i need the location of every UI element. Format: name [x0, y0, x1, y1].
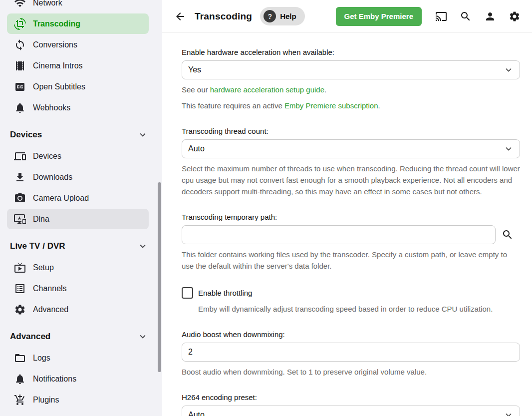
question-mark-icon: ? — [264, 10, 276, 22]
select-value: Auto — [188, 411, 205, 416]
sidebar-item-setup[interactable]: Setup — [7, 257, 149, 278]
enable-throttling-label: Enable throttling — [198, 289, 252, 297]
sidebar-item-webhooks[interactable]: Webhooks — [7, 97, 149, 118]
sidebar-item-network[interactable]: Network — [7, 0, 149, 13]
sidebar-item-label: Open Subtitles — [33, 82, 85, 91]
hardware-acceleration-select[interactable]: Yes — [182, 60, 520, 79]
temp-path-row — [182, 225, 520, 244]
emby-premiere-subscription-link[interactable]: Emby Premiere subscription — [284, 101, 378, 110]
sidebar-item-camera-upload[interactable]: Camera Upload — [7, 188, 149, 208]
premiere-text: This feature requires an active — [182, 101, 284, 110]
temp-path-label: Transcoding temporary path: — [182, 213, 520, 221]
help-button[interactable]: ? Help — [260, 7, 305, 25]
sidebar-item-notifications[interactable]: Notifications — [7, 369, 149, 389]
sidebar-item-plugins[interactable]: Plugins — [7, 390, 149, 410]
sidebar-item-logs[interactable]: Logs — [7, 348, 149, 368]
download-icon — [14, 171, 26, 183]
crop-rotate-icon — [14, 18, 26, 30]
throttling-description: Emby will dynamically adjust transcoding… — [198, 303, 520, 315]
help-text: See our — [182, 85, 210, 94]
wifi-icon — [14, 0, 26, 9]
cast-button[interactable] — [435, 10, 447, 22]
help-text-suffix: . — [324, 85, 326, 94]
section-header-label: Devices — [10, 130, 42, 140]
back-button[interactable] — [174, 10, 186, 22]
thread-count-select[interactable]: Auto — [182, 139, 520, 158]
closed-caption-icon — [14, 81, 26, 93]
sidebar-item-cinema-intros[interactable]: Cinema Intros — [7, 55, 149, 76]
sidebar-item-dlna[interactable]: Dlna — [7, 209, 149, 229]
chevron-down-icon — [504, 65, 514, 75]
sidebar-section-advanced[interactable]: Advanced — [0, 326, 162, 347]
sidebar-item-scheduled-tasks[interactable]: Scheduled Tasks — [7, 411, 149, 416]
sidebar-item-label: Camera Upload — [33, 194, 89, 203]
sidebar-item-label: Advanced — [33, 305, 68, 314]
field-audio-boost: Audio boost when downmixing: Boost audio… — [182, 330, 520, 378]
hardware-acceleration-help-line: See our hardware acceleration setup guid… — [182, 84, 520, 95]
enable-throttling-checkbox[interactable] — [182, 287, 193, 299]
live-tv-icon — [14, 262, 26, 274]
h264-preset-label: H264 encoding preset: — [182, 393, 520, 402]
sidebar-nav-list: Network Transcoding Conversions Cinema I… — [0, 0, 162, 416]
sidebar-section-live-tv-dvr[interactable]: Live TV / DVR — [0, 236, 162, 257]
select-value: Yes — [188, 65, 201, 74]
gear-icon — [14, 304, 26, 316]
sidebar-section-devices[interactable]: Devices — [0, 124, 162, 145]
search-button[interactable] — [460, 10, 472, 22]
sidebar-item-label: Downloads — [33, 173, 72, 182]
person-icon — [484, 10, 496, 22]
page-title: Transcoding — [195, 11, 252, 22]
section-header-label: Advanced — [10, 332, 50, 342]
topbar-icons — [435, 10, 521, 22]
bell-icon — [14, 373, 26, 385]
hardware-acceleration-guide-link[interactable]: hardware acceleration setup guide — [210, 85, 324, 94]
browse-path-button[interactable] — [502, 229, 514, 241]
sidebar-item-transcoding[interactable]: Transcoding — [7, 13, 149, 34]
chevron-down-icon — [137, 129, 148, 140]
temp-path-description: This folder contains working files used … — [182, 249, 520, 272]
sidebar-item-downloads[interactable]: Downloads — [7, 167, 149, 187]
get-emby-premiere-button[interactable]: Get Emby Premiere — [336, 7, 422, 26]
sidebar-item-channels[interactable]: Channels — [7, 278, 149, 299]
sidebar-item-devices[interactable]: Devices — [7, 146, 149, 166]
sidebar-item-advanced-livetv[interactable]: Advanced — [7, 299, 149, 320]
premiere-requirement-line: This feature requires an active Emby Pre… — [182, 100, 520, 111]
user-button[interactable] — [484, 10, 496, 22]
chevron-down-icon — [137, 241, 148, 252]
search-icon — [460, 10, 472, 22]
sidebar-item-label: Dlna — [33, 215, 49, 224]
sidebar-item-conversions[interactable]: Conversions — [7, 34, 149, 55]
emby-settings-app: Network Transcoding Conversions Cinema I… — [0, 0, 532, 416]
field-thread-count: Transcoding thread count: Auto Select th… — [182, 127, 520, 197]
sidebar: Network Transcoding Conversions Cinema I… — [0, 0, 162, 416]
field-throttling: Enable throttling Emby will dynamically … — [182, 287, 520, 315]
camera-icon — [14, 192, 26, 204]
sidebar-item-label: Transcoding — [33, 19, 80, 28]
field-temp-path: Transcoding temporary path: This folder … — [182, 213, 520, 272]
sidebar-scrollbar[interactable] — [158, 182, 161, 372]
help-button-label: Help — [280, 12, 296, 20]
sidebar-item-open-subtitles[interactable]: Open Subtitles — [7, 76, 149, 97]
temp-path-input[interactable] — [182, 225, 496, 244]
devices-star-icon — [14, 213, 26, 225]
sidebar-item-label: Logs — [33, 354, 50, 363]
sidebar-item-label: Cinema Intros — [33, 61, 83, 70]
cast-icon — [435, 10, 447, 22]
arrow-back-icon — [174, 10, 186, 22]
audio-boost-input[interactable] — [182, 343, 520, 362]
transcoding-settings-form: Enable hardware acceleration when availa… — [162, 33, 532, 416]
search-icon — [502, 229, 514, 241]
chevron-down-icon — [504, 144, 514, 154]
chevron-down-icon — [504, 410, 514, 416]
top-bar: Transcoding ? Help Get Emby Premiere — [162, 0, 532, 33]
thread-count-label: Transcoding thread count: — [182, 127, 520, 135]
main-panel: Transcoding ? Help Get Emby Premiere Ena… — [162, 0, 532, 416]
enable-throttling-checkbox-row[interactable]: Enable throttling — [182, 287, 520, 299]
sidebar-item-label: Network — [33, 0, 62, 7]
settings-button[interactable] — [509, 10, 521, 22]
sidebar-item-label: Conversions — [33, 40, 77, 49]
h264-preset-select[interactable]: Auto — [182, 406, 520, 416]
section-header-label: Live TV / DVR — [10, 241, 65, 251]
thread-count-description: Select the maximum number of threads to … — [182, 163, 520, 197]
audio-boost-description: Boost audio when downmixing. Set to 1 to… — [182, 366, 520, 378]
